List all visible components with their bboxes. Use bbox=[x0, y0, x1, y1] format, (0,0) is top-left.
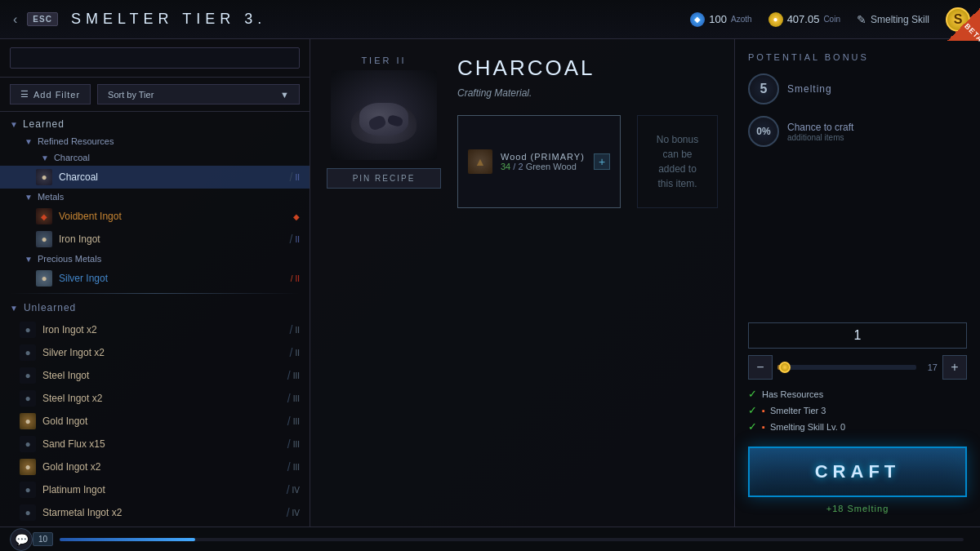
list-item[interactable]: ● Steel Ingot x2 / III bbox=[0, 387, 310, 410]
skill-req-icon: ▪ bbox=[762, 422, 765, 432]
list-item[interactable]: ● Iron Ingot x2 / II bbox=[0, 318, 310, 341]
chance-bonus-sub: additional items bbox=[787, 133, 853, 142]
unlearned-tier-6: / III bbox=[287, 460, 300, 473]
list-item[interactable]: ● Starmetal Ingot x2 / IV bbox=[0, 501, 310, 524]
metals-label: Metals bbox=[38, 192, 64, 202]
voidbent-name: Voidbent Ingot bbox=[59, 211, 293, 222]
recipe-info: CHARCOAL Crafting Material. ▲ Wood (PRIM… bbox=[457, 56, 718, 216]
unlearned-name-6: Gold Ingot x2 bbox=[42, 461, 287, 473]
quantity-slider[interactable] bbox=[777, 365, 916, 370]
unlearned-icon-6: ● bbox=[20, 459, 36, 475]
silver-ingot-item[interactable]: ● Silver Ingot / II bbox=[0, 267, 310, 290]
unlearned-name-3: Steel Ingot x2 bbox=[42, 393, 287, 404]
iron-tier-value: II bbox=[295, 235, 300, 244]
unlearned-category[interactable]: ▼ Unlearned bbox=[0, 297, 310, 318]
sort-button[interactable]: Sort by Tier ▼ bbox=[97, 84, 300, 104]
pin-recipe-button[interactable]: PIN RECIPE bbox=[327, 168, 441, 189]
chat-button[interactable]: 💬 bbox=[10, 528, 33, 551]
charcoal-category[interactable]: ▼ Charcoal bbox=[0, 149, 310, 166]
list-item[interactable]: ● Sand Flux x15 / III bbox=[0, 433, 310, 455]
charcoal-tier: / II bbox=[290, 171, 300, 184]
ingredient-needed: 2 bbox=[518, 162, 523, 171]
bottom-bar: 💬 10 bbox=[0, 527, 980, 551]
voidbent-ingot-item[interactable]: ◆ Voidbent Ingot ◆ bbox=[0, 205, 310, 228]
unlearned-tier-4: / III bbox=[287, 415, 300, 428]
voidbent-icon: ◆ bbox=[36, 208, 52, 224]
no-bonus-text: No bonus can be added to this item. bbox=[637, 115, 718, 208]
filter-row: ☰ Add Filter Sort by Tier ▼ bbox=[0, 78, 310, 112]
filter-icon: ☰ bbox=[20, 89, 29, 100]
list-item[interactable]: ● Gold Ingot / III bbox=[0, 410, 310, 433]
unlearned-label: Unlearned bbox=[24, 302, 76, 313]
xp-fill bbox=[60, 538, 195, 541]
smelting-bonus-item: 5 Smelting bbox=[748, 73, 967, 104]
skill-label: Smelting Skill bbox=[871, 14, 929, 25]
requirements-section: ✓ Has Resources ✓ ▪ Smelter Tier 3 ✓ ▪ S… bbox=[748, 388, 967, 437]
unlearned-tier-1: / II bbox=[290, 346, 300, 359]
list-item[interactable]: ● Gold Ingot x2 / III bbox=[0, 455, 310, 478]
fire-icon: ▪ bbox=[762, 406, 765, 415]
chance-bonus-pct: 0% bbox=[756, 126, 770, 137]
quantity-input[interactable] bbox=[748, 322, 967, 349]
chance-bonus-item: 0% Chance to craft additional items bbox=[748, 116, 967, 147]
unlearned-name-8: Starmetal Ingot x2 bbox=[42, 507, 287, 518]
coin-label: Coin bbox=[823, 15, 840, 24]
unlearned-name-5: Sand Flux x15 bbox=[42, 438, 287, 450]
req-check-icon-3: ✓ bbox=[748, 420, 757, 433]
unlearned-arrow-icon: ▼ bbox=[10, 304, 19, 313]
add-filter-button[interactable]: ☰ Add Filter bbox=[10, 84, 91, 104]
unlearned-name-1: Silver Ingot x2 bbox=[42, 347, 290, 358]
coin-icon: ● bbox=[768, 12, 783, 27]
list-item[interactable]: ● Silver Ingot x2 / II bbox=[0, 341, 310, 364]
req-smelter-tier: ✓ ▪ Smelter Tier 3 bbox=[748, 404, 967, 416]
unlearned-icon-0: ● bbox=[20, 322, 36, 338]
unlearned-name-0: Iron Ingot x2 bbox=[42, 324, 290, 335]
learned-label: Learned bbox=[23, 118, 65, 130]
chance-bonus-label: Chance to craft bbox=[787, 122, 853, 133]
ingredient-current: 34 bbox=[501, 162, 510, 171]
precious-metals-arrow-icon: ▼ bbox=[24, 255, 33, 264]
search-bar bbox=[0, 39, 310, 78]
page-title: SMELTER TIER 3. bbox=[71, 11, 266, 28]
spacer bbox=[748, 158, 967, 322]
unlearned-icon-8: ● bbox=[20, 504, 36, 521]
esc-badge[interactable]: ESC bbox=[27, 12, 58, 26]
craft-button[interactable]: CRAFT bbox=[748, 447, 967, 497]
right-panel: POTENTIAL BONUS 5 Smelting 0% Chance to … bbox=[735, 39, 980, 527]
search-input[interactable] bbox=[10, 47, 300, 69]
unlearned-tier-2: / III bbox=[287, 369, 300, 382]
unlearned-tier-8: / IV bbox=[287, 506, 300, 519]
iron-ingot-item[interactable]: ● Iron Ingot / II bbox=[0, 228, 310, 251]
back-button[interactable]: ‹ bbox=[10, 9, 20, 30]
smelting-bonus-value: 5 bbox=[760, 82, 768, 96]
azoth-icon: ◆ bbox=[690, 12, 705, 27]
list-item[interactable]: ● Platinum Ingot / IV bbox=[0, 478, 310, 501]
refined-resources-category[interactable]: ▼ Refined Resources bbox=[0, 133, 310, 149]
azoth-resource: ◆ 100 Azoth bbox=[690, 12, 751, 27]
charcoal-recipe-name: Charcoal bbox=[59, 171, 290, 183]
precious-metals-category[interactable]: ▼ Precious Metals bbox=[0, 251, 310, 267]
learned-category[interactable]: ▼ Learned bbox=[0, 115, 310, 133]
unlearned-icon-2: ● bbox=[20, 367, 36, 384]
beta-label: BETA bbox=[963, 22, 980, 44]
charcoal-recipe-item[interactable]: ● Charcoal / II bbox=[0, 166, 310, 189]
voidbent-tier: ◆ bbox=[293, 212, 300, 221]
skill-area: ✎ Smelting Skill bbox=[857, 13, 929, 26]
quantity-slider-row: − 17 + bbox=[748, 355, 967, 380]
charcoal-icon: ● bbox=[36, 169, 52, 185]
quantity-increase-button[interactable]: + bbox=[942, 355, 967, 380]
metals-category[interactable]: ▼ Metals bbox=[0, 189, 310, 205]
unlearned-icon-7: ● bbox=[20, 482, 36, 498]
silver-ingot-name: Silver Ingot bbox=[59, 273, 291, 284]
unlearned-name-2: Steel Ingot bbox=[42, 370, 287, 381]
list-item[interactable]: ● Steel Ingot / III bbox=[0, 364, 310, 387]
learned-arrow-icon: ▼ bbox=[10, 120, 18, 129]
ingredient-name: Wood (PRIMARY) bbox=[501, 152, 586, 162]
unlearned-icon-1: ● bbox=[20, 344, 36, 361]
unlearned-tier-5: / III bbox=[287, 438, 300, 451]
quantity-decrease-button[interactable]: − bbox=[748, 355, 773, 380]
ingredient-add-button[interactable]: + bbox=[594, 153, 610, 170]
unlearned-icon-3: ● bbox=[20, 390, 36, 407]
req-check-icon-1: ✓ bbox=[748, 388, 757, 400]
chat-icon: 💬 bbox=[15, 533, 29, 546]
